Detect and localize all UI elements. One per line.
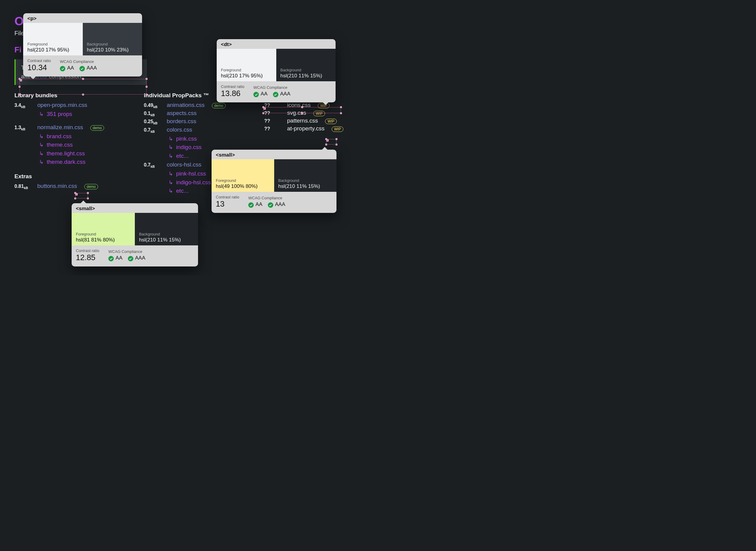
swatch-value: hsl(210 17% 95%) bbox=[221, 73, 272, 79]
ratio-value: 12.85 bbox=[76, 253, 95, 262]
file-size: 0.7kB bbox=[144, 127, 161, 133]
swatch-label: Background bbox=[280, 68, 332, 72]
file-sub[interactable]: ↳ theme.css bbox=[39, 141, 132, 149]
foreground-swatch: Foreground hsl(210 17% 95%) bbox=[217, 49, 276, 81]
file-link[interactable]: svg.css bbox=[287, 110, 306, 116]
arrow-icon: ↳ bbox=[39, 158, 45, 166]
check-icon bbox=[79, 66, 85, 71]
wcag-aa: AA bbox=[60, 65, 74, 72]
wcag-aaa: AAA bbox=[79, 65, 97, 72]
arrow-icon: ↳ bbox=[39, 141, 45, 149]
file-link[interactable]: icons.css bbox=[287, 102, 311, 108]
file-entry: ?? at-property.css WIP bbox=[264, 125, 349, 132]
check-icon bbox=[273, 92, 278, 97]
tooltip-tag: <dt> bbox=[217, 39, 336, 49]
file-link[interactable]: colors-hsl.css bbox=[167, 161, 201, 168]
file-link[interactable]: normalize.min.css bbox=[37, 124, 83, 131]
swatch-value: hsl(210 11% 15%) bbox=[278, 183, 333, 189]
file-size: 1.3kB bbox=[14, 125, 31, 131]
swatch-label: Background bbox=[87, 42, 138, 46]
foreground-swatch: Foreground hsl(81 81% 80%) bbox=[72, 213, 135, 245]
swatch-value: hsl(210 17% 95%) bbox=[27, 47, 79, 53]
file-link[interactable]: at-property.css bbox=[287, 125, 324, 132]
ratio-label: Contrast ratio bbox=[76, 248, 99, 253]
check-icon bbox=[253, 92, 259, 97]
file-entry: 0.7kB colors.css bbox=[144, 126, 252, 133]
swatch-value: hsl(81 81% 80%) bbox=[76, 237, 131, 243]
check-icon bbox=[108, 256, 114, 261]
file-size: ?? bbox=[264, 103, 281, 108]
arrow-icon: ↳ bbox=[169, 135, 175, 143]
check-icon bbox=[128, 256, 133, 261]
file-entry: 0.49kB animations.css demo bbox=[144, 102, 252, 109]
foreground-swatch: Foreground hsl(210 17% 95%) bbox=[23, 23, 83, 55]
arrow-icon: ↳ bbox=[39, 132, 45, 141]
demo-badge[interactable]: demo bbox=[90, 125, 104, 131]
file-link[interactable]: animations.css bbox=[167, 102, 205, 108]
contrast-tooltip-dt: <dt> Foreground hsl(210 17% 95%) Backgro… bbox=[217, 39, 336, 102]
check-icon bbox=[60, 66, 65, 71]
swatch-value: hsl(49 100% 80%) bbox=[216, 183, 270, 189]
ratio-label: Contrast ratio bbox=[221, 84, 244, 89]
wcag-aa: AA bbox=[248, 201, 262, 208]
background-swatch: Background hsl(210 11% 15%) bbox=[135, 213, 198, 245]
ratio-label: Contrast ratio bbox=[27, 58, 51, 63]
file-size: 3.4kB bbox=[14, 103, 31, 109]
file-size: ?? bbox=[264, 126, 281, 131]
swatch-label: Foreground bbox=[221, 68, 272, 72]
file-size: 0.7kB bbox=[144, 162, 161, 168]
swatch-value: hsl(210 11% 15%) bbox=[139, 237, 194, 243]
file-entry: 1.3kB normalize.min.css demo bbox=[14, 124, 132, 131]
swatch-label: Background bbox=[139, 232, 194, 236]
file-link[interactable]: patterns.css bbox=[287, 117, 318, 124]
background-swatch: Background hsl(210 11% 15%) bbox=[274, 159, 337, 192]
file-size: ?? bbox=[264, 118, 281, 124]
arrow-icon: ↳ bbox=[39, 110, 45, 118]
file-sub[interactable]: ↳ theme.light.css bbox=[39, 149, 132, 158]
file-sub[interactable]: ↳ theme.dark.css bbox=[39, 158, 132, 166]
swatch-value: hsl(210 10% 23%) bbox=[87, 47, 138, 53]
file-link[interactable]: borders.css bbox=[167, 118, 196, 125]
arrow-icon: ↳ bbox=[169, 187, 175, 195]
file-link[interactable]: colors.css bbox=[167, 126, 192, 133]
arrow-icon: ↳ bbox=[169, 170, 175, 178]
file-link[interactable]: aspects.css bbox=[167, 110, 197, 116]
swatch-value: hsl(210 11% 15%) bbox=[280, 73, 332, 79]
foreground-swatch: Foreground hsl(49 100% 80%) bbox=[212, 159, 274, 192]
file-size: 0.81kB bbox=[14, 184, 31, 190]
swatch-label: Foreground bbox=[216, 178, 270, 183]
file-sub: ↳ 351 props bbox=[39, 110, 132, 119]
file-sub[interactable]: ↳ pink.css bbox=[169, 135, 252, 143]
wcag-label: WCAG Compliance bbox=[108, 249, 145, 254]
file-entry: ?? patterns.css WIP bbox=[264, 117, 349, 124]
arrow-icon: ↳ bbox=[169, 152, 175, 160]
extras-heading: Extras bbox=[14, 173, 132, 180]
file-link[interactable]: buttons.min.css bbox=[37, 183, 77, 189]
wcag-label: WCAG Compliance bbox=[60, 59, 97, 64]
tooltip-tag: <small> bbox=[72, 203, 198, 213]
file-size: ?? bbox=[264, 110, 281, 116]
swatch-label: Background bbox=[278, 178, 333, 183]
file-size: 0.49kB bbox=[144, 103, 161, 109]
swatch-label: Foreground bbox=[76, 232, 131, 236]
ratio-value: 10.34 bbox=[27, 63, 47, 72]
file-entry: 3.4kB open-props.min.css bbox=[14, 102, 132, 109]
file-sub[interactable]: ↳ brand.css bbox=[39, 132, 132, 141]
wcag-aa: AA bbox=[108, 255, 122, 261]
wip-badge: WIP bbox=[325, 119, 337, 124]
swatch-label: Foreground bbox=[27, 42, 79, 46]
demo-badge[interactable]: demo bbox=[212, 103, 226, 108]
check-icon bbox=[248, 202, 254, 208]
contrast-tooltip-small-green: <small> Foreground hsl(81 81% 80%) Backg… bbox=[72, 203, 198, 266]
demo-badge[interactable]: demo bbox=[84, 184, 98, 189]
background-swatch: Background hsl(210 11% 15%) bbox=[276, 49, 336, 81]
file-entry: ?? svg.css WIP bbox=[264, 110, 349, 116]
ratio-value: 13 bbox=[216, 199, 225, 208]
wcag-aaa: AAA bbox=[128, 255, 145, 261]
check-icon bbox=[268, 202, 273, 208]
tooltip-tag: <small> bbox=[212, 150, 336, 159]
wcag-aa: AA bbox=[253, 91, 268, 97]
wcag-aaa: AAA bbox=[273, 91, 290, 97]
ratio-value: 13.86 bbox=[221, 89, 240, 98]
file-link[interactable]: open-props.min.css bbox=[37, 102, 87, 108]
